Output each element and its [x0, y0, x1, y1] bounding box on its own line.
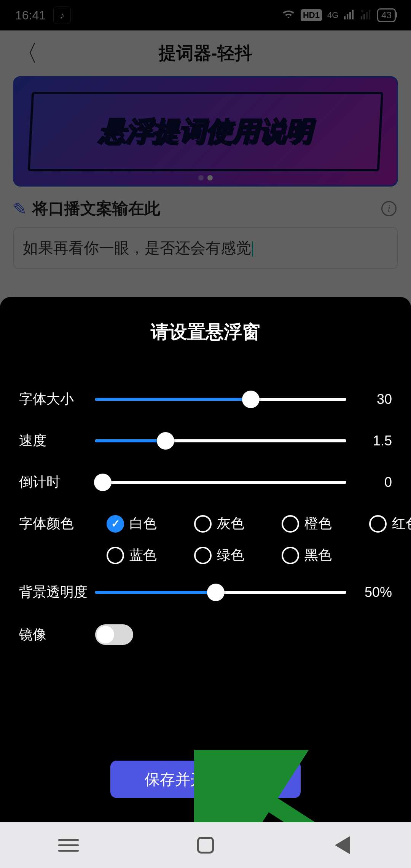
countdown-slider[interactable]	[95, 481, 346, 484]
color-option-green[interactable]: 绿色	[194, 546, 270, 565]
opacity-value: 50%	[346, 584, 392, 600]
mirror-label: 镜像	[19, 625, 95, 644]
font-size-slider[interactable]	[95, 398, 346, 401]
font-size-label: 字体大小	[19, 390, 95, 408]
color-option-orange[interactable]: 橙色	[282, 514, 358, 533]
color-option-gray[interactable]: 灰色	[194, 514, 270, 533]
color-option-blue[interactable]: 蓝色	[107, 546, 183, 565]
font-color-label: 字体颜色	[19, 514, 95, 533]
speed-value: 1.5	[346, 433, 392, 449]
radio-icon	[282, 547, 299, 564]
speed-label: 速度	[19, 431, 95, 450]
radio-icon	[194, 515, 212, 533]
opacity-slider[interactable]	[95, 591, 346, 594]
nav-recent[interactable]	[57, 837, 80, 854]
font-size-value: 30	[346, 391, 392, 407]
radio-icon	[107, 547, 124, 564]
settings-sheet: 请设置悬浮窗 字体大小 30 速度 1.5 倒计时 0 字体颜色 白色	[0, 297, 411, 822]
radio-icon	[194, 547, 212, 564]
font-color-section: 字体颜色 白色 灰色 橙色 红色 蓝色	[19, 514, 392, 565]
radio-icon	[107, 515, 124, 533]
font-size-row: 字体大小 30	[19, 390, 392, 408]
system-nav-bar	[0, 822, 411, 868]
nav-back[interactable]	[331, 837, 354, 854]
color-option-red[interactable]: 红色	[369, 514, 411, 533]
color-option-white[interactable]: 白色	[107, 514, 183, 533]
opacity-label: 背景透明度	[19, 583, 95, 602]
speed-row: 速度 1.5	[19, 431, 392, 450]
countdown-label: 倒计时	[19, 473, 95, 491]
mirror-row: 镜像	[19, 624, 392, 645]
nav-home[interactable]	[194, 837, 217, 854]
opacity-row: 背景透明度 50%	[19, 583, 392, 602]
countdown-value: 0	[346, 474, 392, 490]
speed-slider[interactable]	[95, 439, 346, 442]
mirror-toggle[interactable]	[95, 624, 133, 645]
countdown-row: 倒计时 0	[19, 473, 392, 491]
color-option-black[interactable]: 黑色	[282, 546, 358, 565]
save-button[interactable]: 保存并开启悬浮窗	[110, 761, 301, 798]
sheet-title: 请设置悬浮窗	[19, 320, 392, 344]
radio-icon	[282, 515, 299, 533]
radio-icon	[369, 515, 387, 533]
